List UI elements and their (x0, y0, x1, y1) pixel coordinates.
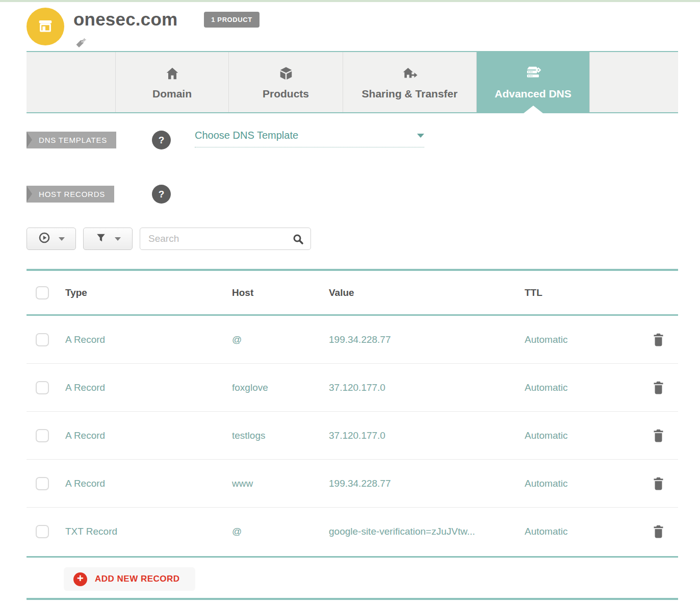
tab-label: Products (263, 88, 309, 100)
record-value: 37.120.177.0 (329, 430, 525, 441)
domain-avatar (27, 8, 64, 45)
tab-label: Sharing & Transfer (362, 88, 458, 100)
play-icon (38, 232, 50, 246)
column-header-host: Host (232, 287, 329, 298)
row-checkbox[interactable] (36, 477, 49, 490)
table-header-row: Type Host Value TTL (27, 271, 678, 316)
advanced-dns-icon (525, 65, 542, 81)
record-ttl: Automatic (525, 430, 638, 441)
dns-templates-ribbon: DNS TEMPLATES (27, 132, 116, 148)
host-records-section: HOST RECORDS ? (27, 186, 678, 208)
sharing-transfer-icon (401, 65, 419, 81)
tab-label: Domain (152, 88, 192, 100)
products-box-icon (278, 65, 294, 81)
trash-icon[interactable] (652, 332, 665, 348)
record-ttl: Automatic (525, 382, 638, 393)
record-type: TXT Record (65, 526, 232, 537)
filter-button[interactable] (83, 228, 133, 250)
host-records-ribbon: HOST RECORDS (27, 186, 114, 203)
page-title: onesec.com (73, 9, 177, 30)
tab-domain[interactable]: Domain (115, 52, 228, 112)
add-new-record-label: ADD NEW RECORD (95, 574, 180, 584)
help-icon[interactable]: ? (152, 131, 171, 149)
plus-icon: + (73, 572, 87, 586)
add-tag-icon[interactable] (74, 38, 87, 50)
record-ttl: Automatic (525, 478, 638, 489)
record-host: @ (232, 526, 329, 537)
table-row: TXT Record @ google-site-verification=zJ… (27, 508, 678, 556)
add-record-section: + ADD NEW RECORD (27, 556, 678, 600)
table-row: A Record @ 199.34.228.77 Automatic (27, 316, 678, 364)
tab-products[interactable]: Products (228, 52, 343, 112)
dns-template-dropdown[interactable]: Choose DNS Template (195, 130, 424, 147)
column-header-value: Value (329, 287, 525, 298)
record-host: @ (232, 334, 329, 345)
advanced-dns-page: onesec.com 1 PRODUCT Domain (0, 0, 700, 602)
record-value: 199.34.228.77 (329, 334, 525, 345)
tab-sharing-transfer[interactable]: Sharing & Transfer (343, 52, 476, 112)
trash-icon[interactable] (652, 380, 665, 396)
tab-advanced-dns[interactable]: Advanced DNS (476, 52, 589, 112)
chevron-down-icon (417, 134, 424, 138)
host-records-table: Type Host Value TTL A Record @ 199.34.22… (27, 269, 678, 556)
tab-bar: Domain Products Sharing & Transfer (27, 51, 678, 113)
row-checkbox[interactable] (36, 333, 49, 346)
search-icon[interactable] (292, 233, 304, 247)
record-ttl: Automatic (525, 526, 638, 537)
help-icon[interactable]: ? (152, 185, 171, 204)
chevron-down-icon (59, 237, 65, 241)
column-header-type: Type (65, 287, 232, 298)
dns-templates-section: DNS TEMPLATES ? Choose DNS Template (27, 132, 678, 154)
trash-icon[interactable] (652, 523, 665, 540)
home-icon (165, 65, 180, 81)
add-new-record-button[interactable]: + ADD NEW RECORD (64, 567, 195, 591)
column-header-ttl: TTL (525, 287, 638, 298)
tab-spacer-left (27, 52, 115, 112)
row-checkbox[interactable] (36, 429, 49, 442)
tab-spacer-right (589, 52, 678, 112)
product-count-badge: 1 PRODUCT (204, 12, 260, 28)
record-ttl: Automatic (525, 334, 638, 345)
tab-label: Advanced DNS (495, 88, 572, 100)
select-all-checkbox[interactable] (36, 286, 49, 299)
domain-title-row: onesec.com 1 PRODUCT (73, 9, 260, 30)
search-box (140, 228, 311, 250)
record-type: A Record (65, 478, 232, 489)
record-host: foxglove (232, 382, 329, 393)
trash-icon[interactable] (652, 428, 665, 444)
row-checkbox[interactable] (36, 381, 49, 394)
record-type: A Record (65, 334, 232, 345)
record-value: 199.34.228.77 (329, 478, 525, 489)
table-row: A Record testlogs 37.120.177.0 Automatic (27, 412, 678, 460)
bulk-actions-button[interactable] (27, 228, 76, 250)
dns-template-dropdown-value: Choose DNS Template (195, 130, 298, 141)
trash-icon[interactable] (652, 475, 665, 492)
record-type: A Record (65, 430, 232, 441)
table-row: A Record www 199.34.228.77 Automatic (27, 460, 678, 508)
chevron-down-icon (115, 237, 121, 241)
host-records-toolbar (27, 228, 311, 250)
record-value: 37.120.177.0 (329, 382, 525, 393)
table-row: A Record foxglove 37.120.177.0 Automatic (27, 364, 678, 412)
record-host: www (232, 478, 329, 489)
domain-header: onesec.com 1 PRODUCT (0, 2, 700, 51)
filter-icon (95, 232, 107, 245)
record-value: google-site-verification=zJuJVtw... (329, 526, 525, 537)
row-checkbox[interactable] (36, 525, 49, 538)
storefront-icon (35, 15, 56, 38)
record-host: testlogs (232, 430, 329, 441)
search-input[interactable] (140, 228, 310, 249)
record-type: A Record (65, 382, 232, 393)
